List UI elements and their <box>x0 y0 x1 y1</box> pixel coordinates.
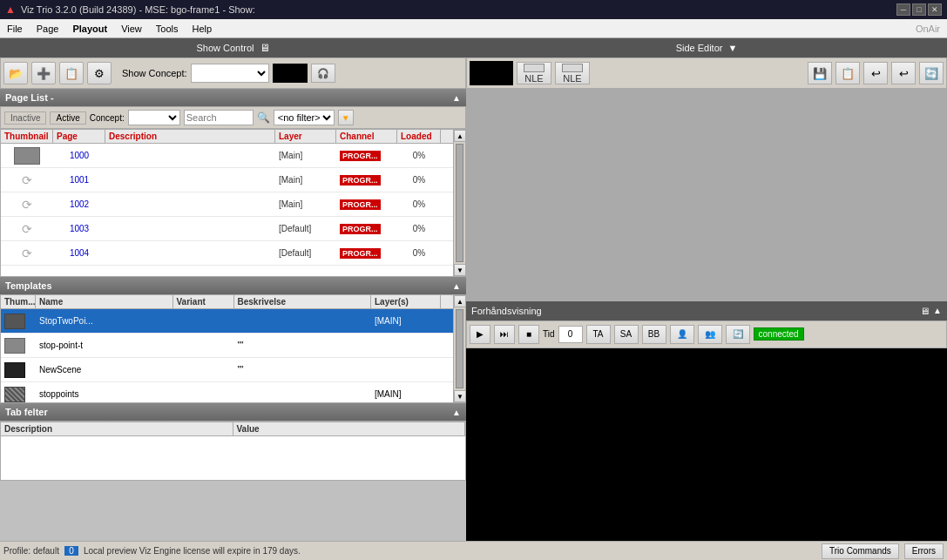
col-layer: Layer <box>275 130 336 143</box>
play-button[interactable]: ▶ <box>470 325 490 344</box>
forward-button[interactable]: ⏭ <box>494 325 515 344</box>
dropdown-icon: ▼ <box>727 43 737 53</box>
tmpl-variant-1 <box>173 320 234 323</box>
inactive-tab[interactable]: Inactive <box>4 111 46 125</box>
tab-felter-collapse[interactable]: ▲ <box>452 408 461 417</box>
bb-button[interactable]: BB <box>642 325 666 344</box>
tmpl-scroll-down[interactable]: ▼ <box>454 390 466 402</box>
se-nle-btn-1[interactable]: NLE <box>517 62 551 84</box>
tmpl-col-beskrivelse: Beskrivelse <box>234 295 372 308</box>
preview-title: Forhåndsvisning <box>471 306 542 316</box>
stop-button[interactable]: ■ <box>518 325 539 344</box>
page-list-toolbar: Inactive Active Concept: 🔍 <no filter> ▼ <box>0 106 466 129</box>
ta-button[interactable]: TA <box>586 325 611 344</box>
scroll-up[interactable]: ▲ <box>454 130 466 142</box>
templates-table-header: Thum... Name Variant Beskrivelse Layer(s… <box>1 295 453 309</box>
menu-tools[interactable]: Tools <box>149 19 186 37</box>
concept-select[interactable] <box>128 110 180 125</box>
scroll-down[interactable]: ▼ <box>454 264 466 276</box>
nle-icon-1 <box>524 64 545 72</box>
loading-icon: ⟳ <box>22 246 32 260</box>
row-desc-1004 <box>105 252 275 255</box>
row-thumb-1003: ⟳ <box>1 220 53 238</box>
tab-col-value: Value <box>233 422 466 435</box>
menu-file[interactable]: File <box>0 19 30 37</box>
templates-collapse[interactable]: ▲ <box>452 281 461 291</box>
template-row[interactable]: stop-point-t "" <box>1 334 453 358</box>
row-desc-1001 <box>105 179 275 182</box>
nle-icon-2 <box>562 64 583 72</box>
minimize-button[interactable]: ─ <box>896 3 910 16</box>
side-editor-title: Side Editor <box>676 43 723 53</box>
menu-help[interactable]: Help <box>186 19 220 37</box>
tmpl-layers-4: [MAIN] <box>371 388 441 401</box>
list-button[interactable]: 📋 <box>59 62 84 84</box>
col-page: Page <box>53 130 105 143</box>
se-undo-button[interactable]: ↩ <box>863 62 888 84</box>
connected-badge: connected <box>754 327 804 341</box>
profile-label: Profile: default <box>3 546 59 556</box>
maximize-button[interactable]: □ <box>912 3 926 16</box>
table-row[interactable]: 1000 [Main] PROGR... 0% <box>1 144 453 168</box>
row-loaded-1002: 0% <box>397 198 441 211</box>
page-list-scrollbar[interactable]: ▲ ▼ <box>453 130 465 276</box>
settings-button[interactable]: ⚙ <box>87 62 112 84</box>
status-bar: Profile: default 0 Local preview Viz Eng… <box>0 541 947 560</box>
tid-label: Tid <box>543 329 555 339</box>
person-button[interactable]: 👤 <box>670 325 694 344</box>
trio-commands-button[interactable]: Trio Commands <box>822 543 899 559</box>
refresh-preview-button[interactable]: 🔄 <box>726 325 750 344</box>
preview-window-icon: 🖥 <box>920 306 930 316</box>
page-list-collapse[interactable]: ▲ <box>452 93 461 103</box>
se-save-button[interactable]: 💾 <box>808 62 832 84</box>
template-row[interactable]: stoppoints [MAIN] <box>1 382 453 402</box>
se-redo-button[interactable]: ↩ <box>891 62 916 84</box>
onair-status: OnAir <box>916 24 940 34</box>
template-row[interactable]: NewScene "" <box>1 358 453 382</box>
tab-felter-title: Tab felter <box>5 407 48 417</box>
template-row[interactable]: StopTwoPoi... [MAIN] <box>1 309 453 334</box>
tmpl-scroll-up[interactable]: ▲ <box>454 295 466 307</box>
progr-badge: PROGR... <box>340 175 381 186</box>
filter-select[interactable]: <no filter> <box>274 110 335 125</box>
loading-icon: ⟳ <box>22 198 32 212</box>
table-row[interactable]: ⟳ 1004 [Default] PROGR... 0% <box>1 241 453 266</box>
tmpl-thumb-4 <box>1 385 36 403</box>
headphone-button[interactable]: 🎧 <box>311 64 335 83</box>
tmpl-scroll-thumb[interactable] <box>456 309 463 388</box>
menu-view[interactable]: View <box>114 19 149 37</box>
show-concept-select[interactable] <box>191 64 269 83</box>
menu-page[interactable]: Page <box>30 19 66 37</box>
close-button[interactable]: ✕ <box>928 3 942 16</box>
filter-button[interactable]: ▼ <box>338 110 354 125</box>
app-icon: ▲ <box>5 3 16 16</box>
new-show-button[interactable]: 📂 <box>3 62 28 84</box>
table-row[interactable]: ⟳ 1002 [Main] PROGR... 0% <box>1 192 453 217</box>
sa-button[interactable]: SA <box>614 325 639 344</box>
menu-playout[interactable]: Playout <box>65 19 114 37</box>
table-row[interactable]: ⟳ 1001 [Main] PROGR... 0% <box>1 168 453 192</box>
tmpl-thumb-2 <box>1 336 36 355</box>
se-refresh-button[interactable]: 🔄 <box>919 62 944 84</box>
errors-button[interactable]: Errors <box>904 543 944 559</box>
scroll-thumb[interactable] <box>456 144 463 262</box>
search-input[interactable] <box>184 110 254 125</box>
active-tab[interactable]: Active <box>50 111 85 125</box>
show-control-toolbar: 📂 ➕ 📋 ⚙ Show Concept: 🎧 <box>0 57 466 89</box>
preview-collapse[interactable]: ▲ <box>933 306 942 315</box>
se-nle-btn-2[interactable]: NLE <box>555 62 590 84</box>
tmpl-variant-4 <box>173 393 234 396</box>
show-control-title: Show Control <box>196 43 254 53</box>
tmpl-thumb-1 <box>1 312 36 331</box>
row-loaded-1001: 0% <box>397 173 441 186</box>
se-copy-button[interactable]: 📋 <box>835 62 860 84</box>
row-loaded-1003: 0% <box>397 222 441 235</box>
templates-scrollbar[interactable]: ▲ ▼ <box>453 295 465 402</box>
row-layer-1002: [Main] <box>275 198 336 211</box>
persons-button[interactable]: 👥 <box>698 325 722 344</box>
add-page-button[interactable]: ➕ <box>31 62 56 84</box>
tid-input[interactable] <box>558 326 583 343</box>
tmpl-thumb-box <box>4 362 25 378</box>
row-thumb-1004: ⟳ <box>1 245 53 262</box>
table-row[interactable]: ⟳ 1003 [Default] PROGR... 0% <box>1 217 453 241</box>
